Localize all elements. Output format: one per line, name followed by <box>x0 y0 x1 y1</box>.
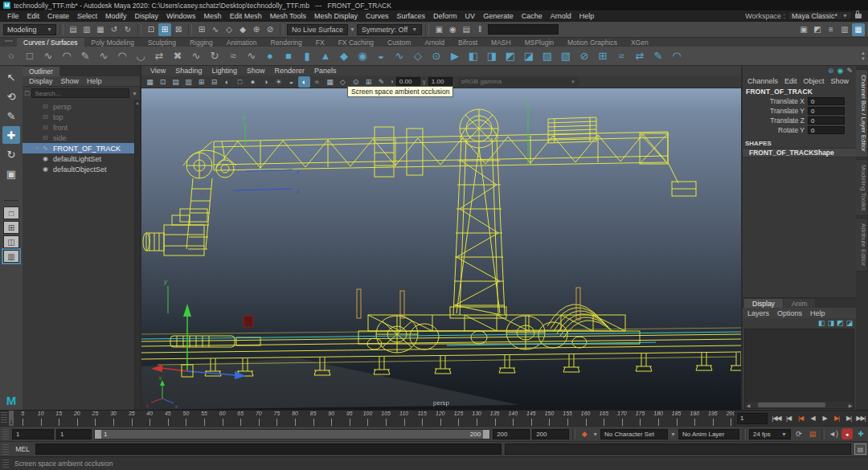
attribute-value-field[interactable]: 0 <box>808 126 845 134</box>
attach-curves-icon[interactable]: ⇄ <box>150 47 168 65</box>
pencil-curve-icon[interactable]: ✎ <box>76 47 94 65</box>
snap-curve-icon[interactable]: ∿ <box>209 23 222 36</box>
shelf-tab[interactable]: FX Caching <box>332 38 380 47</box>
extrude-icon[interactable]: ⊞ <box>594 47 612 65</box>
outliner-item-side[interactable]: ⊟ side <box>23 133 140 143</box>
outliner-tab[interactable]: Outliner <box>23 67 59 76</box>
render-icon[interactable]: ▣ <box>432 23 445 36</box>
attribute-label[interactable]: Translate X <box>770 97 805 105</box>
scale-tool[interactable]: ▣ <box>2 165 20 182</box>
menu-uv[interactable]: UV <box>461 12 480 20</box>
timeline-track[interactable]: 5 10 15 20 25 30 <box>8 411 735 426</box>
viewport-menu-shading[interactable]: Shading <box>171 67 206 75</box>
save-scene-icon[interactable]: ▦ <box>94 23 107 36</box>
outliner-item-front-of-track[interactable]: + ∿ FRONT_OF_TRACK <box>23 143 140 153</box>
exposure-field[interactable]: 0.00 <box>396 77 420 87</box>
outliner-menu-help[interactable]: Help <box>84 77 105 85</box>
layer-editor-tab[interactable]: Display <box>744 299 783 308</box>
section-divider[interactable] <box>137 24 141 35</box>
rebuild-curve-icon[interactable]: ∿ <box>243 47 260 65</box>
two-d-pan-zoom-icon[interactable]: ⊟ <box>208 76 220 88</box>
sculpt-brush-icon[interactable]: ◠ <box>668 47 686 65</box>
bridge-icon[interactable]: ▧ <box>557 47 575 65</box>
right-sidebar-tab[interactable]: Channel Box / Layer Editor <box>856 69 868 157</box>
select-object-icon[interactable]: ⊞ <box>158 23 171 36</box>
animation-preferences-icon[interactable]: ✚ <box>855 428 866 439</box>
shelf-tab[interactable]: MASH <box>485 38 518 47</box>
layout-outliner-persp-button[interactable]: ▥ <box>3 250 19 263</box>
layer-list[interactable]: ◀▶ <box>744 329 854 409</box>
symmetry-selector[interactable]: Symmetry: Off ▼ <box>357 24 422 35</box>
move-tool[interactable]: ✚ <box>2 126 20 144</box>
detach-curves-icon[interactable]: ✖ <box>169 47 186 65</box>
playblast-icon[interactable]: ▤ <box>807 428 818 439</box>
boolean-difference-icon[interactable]: ◨ <box>483 47 501 65</box>
shelf-tab[interactable]: XGen <box>624 38 655 47</box>
wireframe-icon[interactable]: □ <box>234 76 246 88</box>
menu-curves[interactable]: Curves <box>362 12 393 20</box>
playback-end-field[interactable]: 200 <box>493 429 530 439</box>
render-settings-icon[interactable]: ▤ <box>460 23 473 36</box>
poly-disc-icon[interactable]: ◒ <box>372 47 390 65</box>
channel-edit-icon[interactable]: ✎ <box>846 67 853 75</box>
3d-scene[interactable]: y y y z z x x <box>141 88 741 410</box>
modeling-toolkit-toggle-icon[interactable]: ▥ <box>838 23 851 36</box>
viewport-menu-show[interactable]: Show <box>243 67 269 75</box>
open-scene-icon[interactable]: ▥ <box>80 23 93 36</box>
shelf-tab[interactable]: Arnold <box>418 38 451 47</box>
layer-menu-layers[interactable]: Layers <box>744 309 772 317</box>
combine-icon[interactable]: ◪ <box>520 47 538 65</box>
paint-select-tool[interactable]: ✎ <box>2 107 20 125</box>
section-divider[interactable] <box>59 24 63 35</box>
outliner-item-top[interactable]: ⊟ top <box>23 112 140 122</box>
outliner-item-front[interactable]: ⊟ front <box>23 122 140 133</box>
current-frame-field[interactable]: 1 <box>737 413 768 424</box>
lasso-tool[interactable]: ⟲ <box>2 88 20 105</box>
shelf-tab[interactable]: Custom <box>381 38 417 47</box>
select-component-icon[interactable]: ⊠ <box>172 23 185 36</box>
menu-arnold[interactable]: Arnold <box>547 12 575 20</box>
menu-select[interactable]: Select <box>73 12 101 20</box>
workspace-lock-icon[interactable] <box>855 14 862 18</box>
layer-new-empty-icon[interactable]: ◧ <box>818 319 825 327</box>
attribute-editor-toggle-icon[interactable]: ≡ <box>825 23 837 36</box>
insert-knot-icon[interactable]: ∿ <box>187 47 205 65</box>
timeline-playhead[interactable]: 1 <box>9 411 14 426</box>
outliner-menu-display[interactable]: Display <box>26 77 56 85</box>
range-start-handle[interactable] <box>95 430 101 439</box>
shelf-tab[interactable]: Bifrost <box>452 38 484 47</box>
menu-edit-mesh[interactable]: Edit Mesh <box>226 12 266 20</box>
gamma-icon[interactable]: γ <box>423 78 426 85</box>
poly-torus-icon[interactable]: ◉ <box>354 47 371 65</box>
screen-space-ao-icon[interactable]: ◐ <box>298 76 310 88</box>
select-camera-icon[interactable]: ▦ <box>144 76 156 88</box>
playback-loop-icon[interactable]: ⟳ <box>793 428 805 439</box>
range-grip[interactable] <box>2 429 9 439</box>
auto-keyframe-icon[interactable]: ● <box>841 428 853 439</box>
attribute-value-field[interactable]: 0 <box>808 107 845 115</box>
shelf-tab[interactable]: Sculpting <box>141 38 182 47</box>
poly-cylinder-icon[interactable]: ▮ <box>298 47 316 65</box>
textured-icon[interactable]: ◑ <box>260 76 272 88</box>
menu-create[interactable]: Create <box>43 12 73 20</box>
channel-history-icon[interactable]: ◉ <box>837 67 844 75</box>
animation-end-field[interactable]: 200 <box>532 429 569 439</box>
bezier-curve-icon[interactable]: ∿ <box>95 47 113 65</box>
channelbox-menu-channels[interactable]: Channels <box>744 77 781 85</box>
shelf-collapse-handle[interactable] <box>5 40 13 46</box>
poly-pyramid-icon[interactable]: ◇ <box>409 47 427 65</box>
undo-icon[interactable]: ↺ <box>108 23 121 36</box>
channelbox-menu-show[interactable]: Show <box>828 77 853 85</box>
menu-modify[interactable]: Modify <box>101 12 131 20</box>
camera-attributes-icon[interactable]: ▤ <box>170 76 182 88</box>
select-hierarchy-icon[interactable]: ⊡ <box>145 23 158 36</box>
menu-generate[interactable]: Generate <box>479 12 518 20</box>
range-slider-bar[interactable]: 1 200 <box>94 429 490 439</box>
poly-helix-icon[interactable]: ∿ <box>391 47 408 65</box>
oversampling-icon[interactable]: ◐ <box>221 76 233 88</box>
poly-plane-icon[interactable]: ◆ <box>335 47 353 65</box>
help-grip[interactable] <box>2 460 9 468</box>
snap-grid-icon[interactable]: ⊞ <box>195 23 208 36</box>
command-input[interactable] <box>35 443 502 455</box>
raise-application-windows-icon[interactable]: ▣ <box>797 23 810 36</box>
